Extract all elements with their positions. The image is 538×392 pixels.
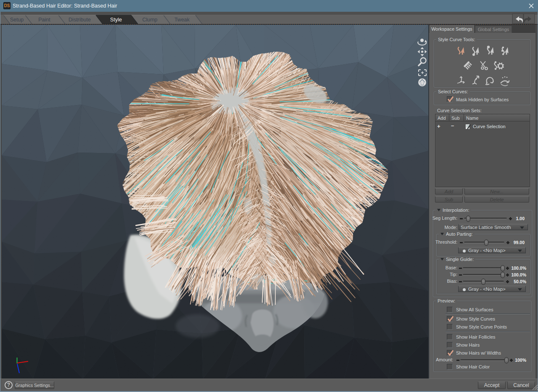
svg-text:Clump: Clump [142, 17, 157, 23]
svg-text:Style: Style [110, 17, 122, 23]
svg-text:Distribute: Distribute [69, 17, 91, 23]
svg-text:Paint: Paint [38, 17, 50, 23]
svg-text:Tweak: Tweak [174, 17, 190, 23]
svg-text:Setup: Setup [10, 17, 24, 23]
